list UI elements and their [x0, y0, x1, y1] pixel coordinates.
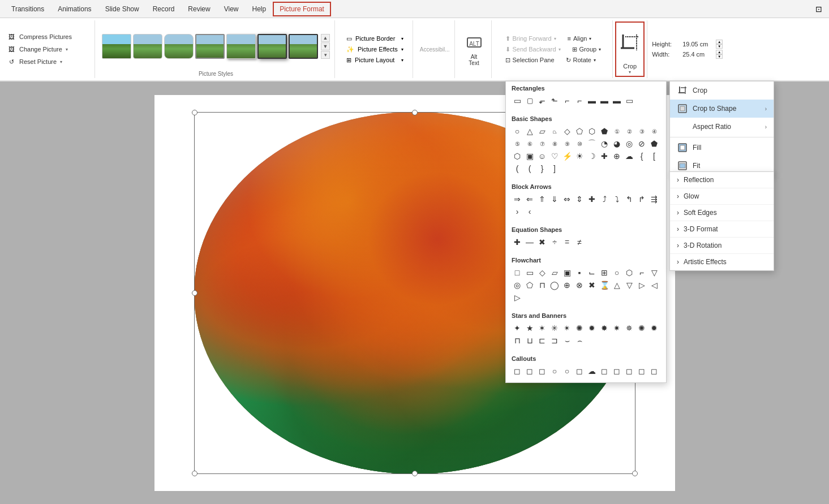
shape-arrow-bent-up[interactable]: ⤴ [599, 193, 610, 205]
shape-arrow-quad[interactable]: ✚ [586, 193, 598, 205]
shape-fc-alt-process[interactable]: ▭ [524, 267, 535, 278]
shape-callout-line[interactable]: ◻ [599, 365, 610, 377]
shape-fc-or[interactable]: ⊗ [574, 279, 585, 291]
shape-cloud[interactable]: ☁ [624, 150, 635, 162]
shape-fc-sequential[interactable]: ▷ [512, 292, 523, 303]
shape-multiply[interactable]: ✖ [536, 236, 548, 248]
shape-frame[interactable]: ▣ [524, 150, 535, 162]
shape-triangle[interactable]: △ [524, 126, 535, 137]
shape-arrow-leftright[interactable]: ⇔ [561, 193, 573, 205]
shape-arrow-bent-down[interactable]: ⤵ [611, 193, 622, 205]
shape-circle5[interactable]: ⑤ [512, 138, 523, 149]
shape-rectangle-v4[interactable]: ▭ [624, 95, 635, 106]
reflection-section[interactable]: › Reflection [670, 172, 774, 188]
shape-rectangle[interactable]: ▭ [512, 95, 523, 106]
shape-callout-oval[interactable]: ◻ [574, 365, 585, 377]
shape-rectangle-v1[interactable]: ▬ [586, 95, 598, 106]
shape-minus[interactable]: — [524, 236, 535, 248]
shape-divide[interactable]: ÷ [549, 236, 560, 248]
shape-rectangle-round[interactable]: ▢ [524, 95, 535, 106]
shape-star10[interactable]: ✺ [574, 322, 585, 334]
tab-slideshow[interactable]: Slide Show [98, 2, 146, 16]
shape-callout-rect[interactable]: ◻ [512, 365, 523, 377]
styles-scroll-up[interactable]: ▲ [321, 34, 330, 42]
shape-circle9[interactable]: ⑨ [561, 138, 573, 149]
shape-fc-preparation[interactable]: ⬡ [624, 267, 635, 278]
shape-chord[interactable]: ◔ [599, 138, 610, 149]
shape-arrow-curved2[interactable]: ↱ [636, 193, 647, 205]
shape-star32[interactable]: ✵ [624, 322, 635, 334]
shape-arrow-uturn[interactable]: ⇶ [648, 193, 660, 205]
shape-brace-left[interactable]: { [636, 150, 647, 162]
shape-callout-accent[interactable]: ◻ [624, 365, 635, 377]
shape-arrow-up[interactable]: ⇑ [536, 193, 548, 205]
crop-menu-aspect-ratio[interactable]: Aspect Ratio › [670, 118, 774, 136]
styles-scroll-expand[interactable]: ▾ [321, 51, 330, 59]
shape-bracket-right[interactable]: ] [549, 163, 560, 174]
shape-can[interactable]: ⬡ [512, 150, 523, 162]
shape-rectangle-v3[interactable]: ▬ [611, 95, 622, 106]
shape-star24[interactable]: ✷ [611, 322, 622, 334]
shape-chevron-left[interactable]: ‹ [524, 206, 535, 217]
shape-paren-left[interactable]: ( [512, 163, 523, 174]
shape-arrow-updown[interactable]: ⇕ [574, 193, 585, 205]
shape-explosion2[interactable]: ✹ [648, 322, 660, 334]
picture-border-button[interactable]: ▭ Picture Border ▾ [344, 34, 406, 44]
shape-pentagon[interactable]: ⬠ [574, 126, 585, 137]
shape-circle3[interactable]: ③ [636, 126, 647, 137]
shape-fc-multidoc[interactable]: ⊞ [599, 267, 610, 278]
height-decrement[interactable]: ▼ [716, 44, 723, 49]
style-thumb-2[interactable] [133, 34, 162, 59]
tab-animations[interactable]: Animations [51, 2, 98, 16]
shape-circle1[interactable]: ① [611, 126, 622, 137]
shape-banner-down[interactable]: ⊔ [524, 335, 535, 346]
shape-lightning[interactable]: ⚡ [561, 150, 573, 162]
shape-banner-right[interactable]: ⊐ [549, 335, 560, 346]
shape-parallelogram[interactable]: ▱ [536, 126, 548, 137]
shape-notequal[interactable]: ≠ [574, 236, 585, 248]
shape-fc-card[interactable]: ⊓ [536, 279, 548, 291]
shape-donut[interactable]: ◎ [624, 138, 635, 149]
selection-pane-button[interactable]: ⊡ Selection Pane [501, 55, 559, 65]
shape-rectangle-snip4[interactable]: ⌐ [574, 95, 585, 106]
shape-ellipse[interactable]: ○ [512, 126, 523, 137]
shape-circle10[interactable]: ⑩ [574, 138, 585, 149]
shape-callout-rect2[interactable]: ◻ [524, 365, 535, 377]
shape-rectangle-snip2[interactable]: ⬑ [549, 95, 560, 106]
shape-moon[interactable]: ☽ [586, 150, 598, 162]
width-increment[interactable]: ▲ [716, 50, 723, 54]
shape-pie[interactable]: ◕ [611, 138, 622, 149]
glow-section[interactable]: › Glow [670, 188, 774, 205]
shape-fc-extract[interactable]: △ [611, 279, 622, 291]
shape-circle4[interactable]: ④ [648, 126, 660, 137]
shape-star6[interactable]: ✶ [536, 322, 548, 334]
style-thumb-4[interactable] [195, 34, 225, 59]
shape-fc-manual-input[interactable]: ⌐ [636, 267, 647, 278]
shape-banner-up[interactable]: ⊓ [512, 335, 523, 346]
shape-arrow-down[interactable]: ⇓ [549, 193, 560, 205]
shape-trapezoid[interactable]: ⏢ [549, 126, 560, 137]
shape-smiley[interactable]: ☺ [536, 150, 548, 162]
shape-fc-internal[interactable]: ▪ [574, 267, 585, 278]
tab-transitions[interactable]: Transitions [5, 2, 51, 16]
send-backward-button[interactable]: ⬇ Send Backward ▾ [501, 45, 565, 54]
shape-paren-left2[interactable]: ( [524, 163, 535, 174]
crop-menu-crop[interactable]: Crop [670, 81, 774, 100]
shape-callout-cloud[interactable]: ☁ [586, 365, 598, 377]
shape-callout-rect3[interactable]: ◻ [536, 365, 548, 377]
alt-text-button[interactable]: ALT [464, 32, 484, 53]
change-picture-button[interactable]: 🖼 Change Picture ▾ [5, 44, 88, 55]
shape-callout-round2[interactable]: ○ [561, 365, 573, 377]
shape-wave2[interactable]: ⌢ [574, 335, 585, 346]
3d-rotation-section[interactable]: › 3-D Rotation [670, 238, 774, 254]
width-spinner[interactable]: ▲ ▼ [716, 50, 723, 59]
shape-rectangle-snip1[interactable]: ⬐ [536, 95, 548, 106]
shape-bracket-left[interactable]: [ [648, 150, 660, 162]
tab-picture-format[interactable]: Picture Format [273, 2, 331, 16]
shape-arrow-curved[interactable]: ↰ [624, 193, 635, 205]
shape-plus[interactable]: ⊕ [611, 150, 622, 162]
shape-rectangle-snip3[interactable]: ⌐ [561, 95, 573, 106]
shape-star4[interactable]: ✦ [512, 322, 523, 334]
shape-fc-sort[interactable]: ⌛ [599, 279, 610, 291]
shape-circle6[interactable]: ⑥ [524, 138, 535, 149]
